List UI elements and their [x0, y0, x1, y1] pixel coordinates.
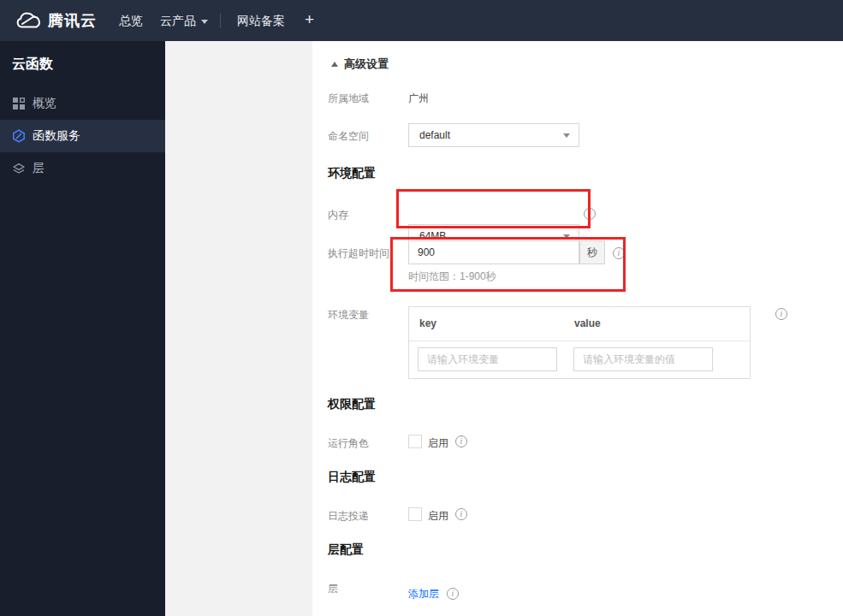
chevron-down-icon — [563, 133, 570, 138]
timeout-input-group: 秒 — [408, 240, 605, 264]
role-info-icon[interactable] — [455, 435, 467, 447]
sidebar: 云函数 概览 函数服务 — [0, 41, 165, 616]
chevron-down-icon — [201, 20, 208, 24]
layers-icon — [12, 162, 26, 175]
sidebar-item-label: 层 — [33, 161, 45, 176]
envvar-value-header: value — [574, 307, 601, 341]
function-list-panel — [165, 41, 312, 616]
sidebar-title: 云函数 — [12, 56, 53, 74]
role-enable-label: 启用 — [428, 436, 448, 451]
nav-products-label: 云产品 — [160, 14, 196, 27]
region-value: 广州 — [408, 92, 429, 106]
advanced-settings-toggle[interactable]: 高级设置 — [331, 56, 389, 72]
log-label: 日志投递 — [328, 509, 369, 524]
nav-item-products[interactable]: 云产品 — [160, 0, 208, 41]
namespace-label: 命名空间 — [328, 129, 369, 144]
advanced-settings-label: 高级设置 — [344, 57, 389, 70]
namespace-selected-value: default — [419, 129, 450, 141]
add-layer-link[interactable]: 添加层 — [408, 587, 439, 601]
timeout-unit-suffix: 秒 — [579, 240, 605, 264]
layer-label: 层 — [328, 582, 338, 596]
nav-divider — [220, 13, 221, 28]
envvar-label: 环境变量 — [328, 308, 369, 323]
layer-config-title: 层配置 — [328, 542, 364, 558]
sidebar-item-scf-service[interactable]: 函数服务 — [0, 120, 165, 152]
memory-highlight-annotation — [396, 189, 591, 228]
tencent-cloud-logo-icon[interactable] — [15, 10, 42, 31]
nav-item-icp[interactable]: 网站备案 — [237, 0, 285, 41]
log-enable-checkbox[interactable] — [408, 507, 422, 521]
namespace-select[interactable]: default — [408, 123, 579, 147]
grid-icon — [12, 97, 26, 110]
timeout-input[interactable] — [408, 240, 579, 264]
memory-info-icon[interactable] — [584, 208, 596, 220]
collapse-arrow-icon — [331, 62, 338, 67]
top-nav: 腾讯云 总览 云产品 网站备案 + — [0, 0, 843, 41]
chevron-down-icon — [563, 234, 570, 239]
envvar-key-input[interactable] — [418, 347, 557, 371]
envvar-table: key value — [408, 306, 751, 379]
timeout-hint: 时间范围：1-900秒 — [408, 270, 496, 284]
sidebar-menu: 概览 函数服务 层 — [0, 87, 165, 185]
sidebar-item-label: 函数服务 — [33, 128, 80, 144]
nav-add-tab-button[interactable]: + — [305, 0, 314, 39]
sidebar-item-label: 概览 — [33, 96, 56, 111]
tencent-cloud-console: 腾讯云 总览 云产品 网站备案 + 云函数 概览 — [0, 0, 843, 616]
envvar-table-divider — [409, 341, 750, 341]
sidebar-item-layers[interactable]: 层 — [0, 152, 165, 185]
brand-title[interactable]: 腾讯云 — [48, 0, 97, 41]
perm-config-title: 权限配置 — [328, 397, 376, 412]
timeout-info-icon[interactable] — [613, 247, 625, 259]
scf-hexagon-icon — [12, 129, 26, 143]
envvar-info-icon[interactable] — [775, 308, 787, 320]
timeout-label: 执行超时时间 — [328, 246, 389, 261]
memory-label: 内存 — [328, 208, 348, 222]
role-label: 运行角色 — [328, 436, 369, 451]
env-config-title: 环境配置 — [328, 166, 376, 181]
nav-item-overview[interactable]: 总览 — [119, 0, 143, 41]
sidebar-item-overview[interactable]: 概览 — [0, 87, 165, 120]
log-config-title: 日志配置 — [328, 470, 376, 485]
role-enable-checkbox[interactable] — [408, 435, 422, 448]
region-label: 所属地域 — [328, 92, 369, 106]
log-info-icon[interactable] — [455, 508, 467, 520]
envvar-key-header: key — [419, 307, 436, 341]
log-enable-label: 启用 — [428, 509, 448, 524]
envvar-value-input[interactable] — [573, 347, 713, 371]
layer-info-icon[interactable] — [447, 588, 459, 600]
